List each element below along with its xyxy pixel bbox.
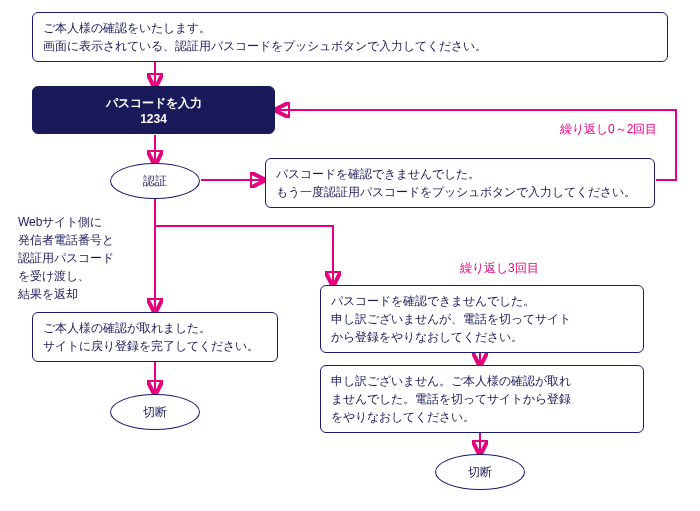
input-step-title: パスコードを入力 [106, 95, 202, 112]
fail-final-line2: ませんでした。電話を切ってサイトから登録 [331, 390, 633, 408]
disconnect-1: 切断 [110, 394, 200, 430]
retry-0-2-label: 繰り返し0～2回目 [560, 121, 657, 138]
success-box: ご本人様の確認が取れました。 サイトに戻り登録を完了してください。 [32, 312, 278, 362]
disconnect-2: 切断 [435, 454, 525, 490]
side-note-l5: 結果を返却 [18, 285, 114, 303]
side-note-l3: 認証用パスコード [18, 249, 114, 267]
side-note-l2: 発信者電話番号と [18, 231, 114, 249]
disconnect-1-label: 切断 [143, 404, 167, 421]
intro-box: ご本人様の確認をいたします。 画面に表示されている、認証用パスコードをプッシュボ… [32, 12, 668, 62]
flowchart-stage: ご本人様の確認をいたします。 画面に表示されている、認証用パスコードをプッシュボ… [0, 0, 700, 511]
success-line2: サイトに戻り登録を完了してください。 [43, 337, 267, 355]
retry-3-label: 繰り返し3回目 [460, 260, 539, 277]
auth-ellipse: 認証 [110, 163, 200, 199]
input-step: パスコードを入力 1234 [32, 86, 275, 134]
fail-final-box: 申し訳ございません。ご本人様の確認が取れ ませんでした。電話を切ってサイトから登… [320, 365, 644, 433]
side-note: Webサイト側に 発信者電話番号と 認証用パスコード を受け渡し、 結果を返却 [18, 213, 114, 303]
fail3-line3: から登録をやりなおしてください。 [331, 328, 633, 346]
side-note-l1: Webサイト側に [18, 213, 114, 231]
fail-retry-line1: パスコードを確認できませんでした。 [276, 165, 644, 183]
input-step-code: 1234 [140, 112, 167, 126]
fail-final-line1: 申し訳ございません。ご本人様の確認が取れ [331, 372, 633, 390]
fail-final-line3: をやりなおしてください。 [331, 408, 633, 426]
side-note-l4: を受け渡し、 [18, 267, 114, 285]
fail-retry-line2: もう一度認証用パスコードをプッシュボタンで入力してください。 [276, 183, 644, 201]
success-line1: ご本人様の確認が取れました。 [43, 319, 267, 337]
intro-line1: ご本人様の確認をいたします。 [43, 19, 657, 37]
intro-line2: 画面に表示されている、認証用パスコードをプッシュボタンで入力してください。 [43, 37, 657, 55]
disconnect-2-label: 切断 [468, 464, 492, 481]
fail-retry-box: パスコードを確認できませんでした。 もう一度認証用パスコードをプッシュボタンで入… [265, 158, 655, 208]
fail3-line1: パスコードを確認できませんでした。 [331, 292, 633, 310]
auth-label: 認証 [143, 173, 167, 190]
fail3-box: パスコードを確認できませんでした。 申し訳ございませんが、電話を切ってサイト か… [320, 285, 644, 353]
fail3-line2: 申し訳ございませんが、電話を切ってサイト [331, 310, 633, 328]
